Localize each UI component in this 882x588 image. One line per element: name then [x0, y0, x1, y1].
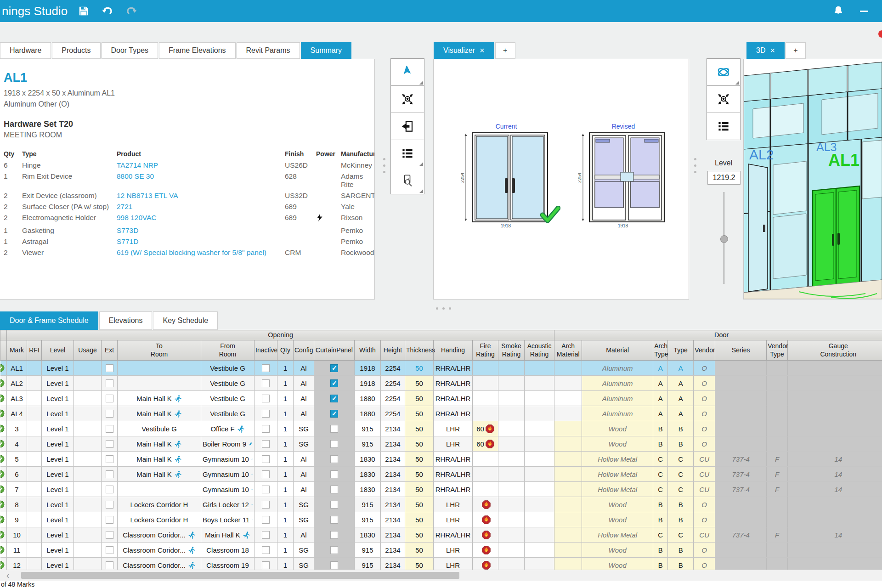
curtainpanel-checkbox[interactable]	[330, 531, 338, 539]
ext-checkbox[interactable]	[106, 561, 113, 569]
col-to-room[interactable]: To Room	[118, 340, 201, 361]
table-row[interactable]: AL3 Level 1 Main Hall K	[0, 391, 882, 406]
ext-checkbox[interactable]	[106, 440, 113, 448]
ext-checkbox[interactable]	[106, 410, 113, 418]
col-vendor-type[interactable]: Vendor Type	[767, 340, 788, 361]
level-slider-thumb[interactable]	[720, 235, 728, 243]
list-view-3d-button[interactable]	[707, 113, 741, 140]
inactive-checkbox[interactable]	[262, 364, 270, 372]
hw-product-link[interactable]: S771D	[117, 237, 282, 246]
zoom-extents-button[interactable]	[390, 85, 424, 113]
hw-product-link[interactable]: 8800 SE 30	[117, 172, 282, 181]
table-row[interactable]: 5 Level 1 Main Hall K	[0, 452, 882, 467]
inactive-checkbox[interactable]	[262, 501, 270, 509]
schedule-tab[interactable]: Elevations	[99, 311, 153, 330]
undo-button[interactable]	[100, 3, 115, 19]
col-inactive[interactable]: Inactive	[254, 340, 277, 361]
inactive-checkbox[interactable]	[262, 379, 270, 387]
orbit-tool-button[interactable]	[707, 58, 741, 86]
hw-product-link[interactable]: 619 (W/ Special blocking washer for 5/8"…	[117, 249, 282, 257]
ext-checkbox[interactable]	[106, 425, 113, 433]
col-type[interactable]: Type	[668, 340, 694, 361]
col-smoke-rating[interactable]: Smoke Rating	[498, 340, 525, 361]
inactive-checkbox[interactable]	[262, 561, 270, 569]
close-icon[interactable]: ×	[770, 46, 775, 55]
top-tab[interactable]: Hardware	[0, 42, 51, 59]
door-inspect-button[interactable]	[390, 167, 424, 194]
inactive-checkbox[interactable]	[262, 470, 270, 478]
col-usage[interactable]: Usage	[74, 340, 102, 361]
col-mark[interactable]: Mark	[7, 340, 27, 361]
door-swing-button[interactable]	[390, 113, 424, 140]
table-row[interactable]: 11 Level 1 Classroom Coridor...	[0, 543, 882, 558]
col-from-room[interactable]: From Room	[201, 340, 254, 361]
ext-checkbox[interactable]	[106, 501, 113, 509]
curtainpanel-checkbox[interactable]	[330, 425, 338, 433]
curtainpanel-checkbox[interactable]	[330, 516, 338, 524]
curtainpanel-checkbox[interactable]	[330, 440, 338, 448]
ext-checkbox[interactable]	[106, 364, 113, 372]
inactive-checkbox[interactable]	[262, 546, 270, 554]
save-button[interactable]	[76, 3, 91, 19]
curtainpanel-checkbox[interactable]	[330, 470, 338, 478]
table-row[interactable]: 12 Level 1 Classroom Coridor...	[0, 558, 882, 570]
ext-checkbox[interactable]	[106, 455, 113, 463]
threed-view[interactable]: AL2 AL3 AL1	[744, 59, 882, 299]
top-tab[interactable]: Summary	[301, 42, 351, 59]
level-input[interactable]	[707, 171, 741, 185]
horizontal-scrollbar[interactable]: ‹	[0, 570, 882, 581]
bottom-splitter-handle[interactable]	[436, 307, 451, 310]
ext-checkbox[interactable]	[106, 546, 113, 554]
hw-product-link[interactable]: 2721	[117, 203, 282, 211]
table-row[interactable]: 3 Level 1 Vestibule G Office F	[0, 421, 882, 436]
close-icon[interactable]: ×	[480, 46, 485, 55]
col-height[interactable]: Height	[381, 340, 405, 361]
hw-product-link[interactable]: 12 NB8713 ETL VA	[117, 192, 282, 200]
inactive-checkbox[interactable]	[262, 516, 270, 524]
ext-checkbox[interactable]	[106, 379, 113, 387]
col-width[interactable]: Width	[355, 340, 381, 361]
ext-checkbox[interactable]	[106, 486, 113, 493]
col-config[interactable]: Config	[294, 340, 314, 361]
col-gauge-construction[interactable]: Gauge Construction	[788, 340, 882, 361]
select-tool-button[interactable]	[390, 58, 424, 86]
col-fire-rating[interactable]: Fire Rating	[473, 340, 498, 361]
top-tab[interactable]: Frame Elevations	[159, 42, 236, 59]
table-row[interactable]: 9 Level 1 Lockers Corridor H Boys Locker…	[0, 512, 882, 527]
col-acoustic-rating[interactable]: Acoustic Rating	[525, 340, 554, 361]
top-tab[interactable]: Door Types	[102, 42, 158, 59]
top-tab[interactable]: Products	[52, 42, 100, 59]
col-handing[interactable]: Handing	[434, 340, 473, 361]
table-row[interactable]: 4 Level 1 Main Hall K	[0, 436, 882, 452]
col-arch-material[interactable]: Arch Material	[554, 340, 582, 361]
curtainpanel-checkbox[interactable]	[330, 486, 338, 493]
right-splitter-handle[interactable]	[694, 158, 696, 173]
zoom-extents-3d-button[interactable]	[707, 85, 741, 113]
curtainpanel-checkbox[interactable]	[330, 410, 338, 418]
ext-checkbox[interactable]	[106, 516, 113, 524]
schedule-tab[interactable]: Door & Frame Schedule	[0, 311, 98, 330]
ext-checkbox[interactable]	[106, 531, 113, 539]
table-row[interactable]: AL2 Level 1 Vestibule G	[0, 376, 882, 391]
curtainpanel-checkbox[interactable]	[330, 501, 338, 509]
left-splitter-handle[interactable]	[383, 158, 385, 173]
col-vendor[interactable]: Vendor	[694, 340, 715, 361]
hw-product-link[interactable]: S773D	[117, 226, 282, 235]
curtainpanel-checkbox[interactable]	[330, 455, 338, 463]
col-qty[interactable]: Qty	[277, 340, 294, 361]
revised-door-drawing[interactable]: 2254 1918	[578, 130, 668, 229]
col-thickness[interactable]: Thickness	[405, 340, 434, 361]
table-row[interactable]: 6 Level 1 Main Hall K	[0, 467, 882, 482]
inactive-checkbox[interactable]	[262, 440, 270, 448]
redo-button[interactable]	[124, 3, 139, 19]
curtainpanel-checkbox[interactable]	[330, 364, 338, 372]
add-view-tab-button[interactable]: +	[495, 42, 515, 59]
current-door-drawing[interactable]: 2254 1918	[461, 130, 551, 229]
table-row[interactable]: 10 Level 1 Classroom Coridor...	[0, 527, 882, 543]
ext-checkbox[interactable]	[106, 470, 113, 478]
curtainpanel-checkbox[interactable]	[330, 379, 338, 387]
scroll-left-button[interactable]: ‹	[3, 570, 13, 581]
schedule-tab[interactable]: Key Schedule	[153, 311, 218, 330]
col-material[interactable]: Material	[582, 340, 653, 361]
col-level[interactable]: Level	[42, 340, 74, 361]
